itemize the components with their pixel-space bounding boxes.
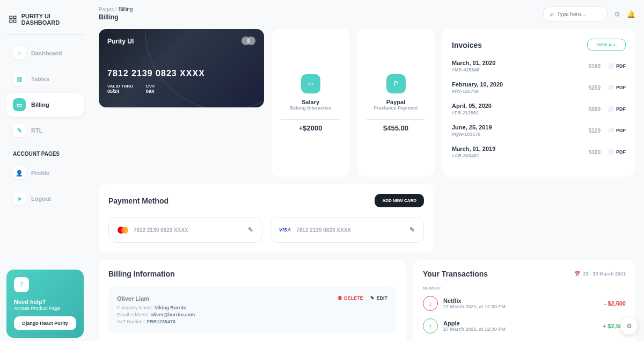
credit-card: Purity UI 7812 2139 0823 XXXX VALID THRU… bbox=[99, 29, 264, 107]
stat-title: Paypal bbox=[386, 99, 405, 105]
sidebar-item-rtl[interactable]: ✎RTL bbox=[6, 119, 84, 142]
transaction-row: ↑Apple27 March 2021, at 12:30 PM+ $2,500 bbox=[423, 318, 626, 333]
paypal-icon: P bbox=[386, 74, 406, 93]
invoice-pdf-button[interactable]: 📄PDF bbox=[608, 106, 626, 112]
sidebar-item-logout[interactable]: ➤Logout bbox=[6, 187, 84, 211]
transactions-title: Your Transactions bbox=[423, 270, 488, 278]
invoice-row: March, 01, 2020#MS-415646$180📄PDF bbox=[452, 60, 626, 72]
billing-info-title: Billing Information bbox=[108, 270, 396, 278]
search-icon: ⌕ bbox=[550, 10, 554, 18]
person-icon: 👤 bbox=[13, 166, 26, 179]
view-all-button[interactable]: VIEW ALL bbox=[587, 39, 626, 51]
svg-rect-2 bbox=[10, 20, 12, 23]
sidebar-item-label: RTL bbox=[31, 127, 42, 134]
card-slot: 7812 2139 0823 XXXX ✎ bbox=[108, 217, 262, 243]
page-title: Billing bbox=[99, 13, 133, 21]
invoice-row: February, 10, 2020#RV-126749$250📄PDF bbox=[452, 81, 626, 94]
invoice-id: #MS-415646 bbox=[452, 67, 495, 72]
invoice-date: April, 05, 2020 bbox=[452, 103, 492, 109]
sidebar-item-tables[interactable]: ▥Tables bbox=[6, 67, 84, 91]
breadcrumb: Pages / Billing bbox=[99, 6, 133, 12]
invoice-id: #RV-126749 bbox=[452, 89, 503, 94]
invoice-row: March, 01, 2019#AR-803481$300📄PDF bbox=[452, 146, 626, 158]
brand-text: PURITY UI DASHBOARD bbox=[21, 13, 82, 26]
gear-icon[interactable]: ⚙ bbox=[614, 10, 620, 18]
pencil-icon[interactable]: ✎ bbox=[248, 226, 253, 234]
transaction-name: Apple bbox=[443, 320, 506, 327]
cc-cvv-label: CVV bbox=[146, 84, 155, 89]
payment-method-card: Payment Method ADD NEW CARD 7812 2139 08… bbox=[99, 184, 434, 252]
invoice-pdf-button[interactable]: 📄PDF bbox=[608, 149, 626, 155]
mastercard-icon bbox=[118, 227, 128, 234]
mastercard-icon bbox=[241, 37, 255, 45]
stat-paypal: P Paypal Freelance Payment $455.00 bbox=[357, 29, 435, 177]
sidebar-item-billing[interactable]: ▭Billing bbox=[6, 93, 84, 117]
cc-number: 7812 2139 0823 XXXX bbox=[107, 69, 255, 78]
billing-info-card: Billing Information Oliver Liam🗑DELETE✎E… bbox=[99, 260, 406, 341]
cc-brand: Purity UI bbox=[107, 38, 255, 45]
topbar: Pages / Billing Billing ⌕ ⚙ 🔔 bbox=[99, 6, 635, 21]
pencil-icon[interactable]: ✎ bbox=[409, 226, 415, 234]
breadcrumb-root[interactable]: Pages bbox=[99, 6, 114, 12]
help-subtitle: Access Product Page bbox=[14, 306, 76, 311]
pencil-icon: ✎ bbox=[370, 295, 375, 301]
invoice-date: June, 25, 2019 bbox=[452, 124, 492, 130]
transactions-card: Your Transactions 📅23 - 30 March 2021 NE… bbox=[413, 260, 635, 341]
logo-icon bbox=[9, 14, 17, 24]
sidebar-item-label: Tables bbox=[31, 76, 49, 82]
invoice-pdf-button[interactable]: 📄PDF bbox=[608, 85, 626, 90]
search-box[interactable]: ⌕ bbox=[543, 6, 608, 21]
stat-subtitle: Belong Interactive bbox=[289, 105, 331, 111]
billing-block: Oliver Liam🗑DELETE✎EDITCompany Name: Vik… bbox=[108, 287, 396, 333]
sidebar: PURITY UI DASHBOARD ⌂Dashboard ▥Tables ▭… bbox=[0, 0, 90, 341]
stat-subtitle: Freelance Payment bbox=[374, 105, 418, 111]
add-new-card-button[interactable]: ADD NEW CARD bbox=[375, 194, 424, 207]
cc-valid-label: VALID THRU bbox=[107, 84, 133, 89]
transaction-name: Netflix bbox=[443, 298, 506, 304]
cc-valid: 05/24 bbox=[107, 89, 133, 94]
trash-icon: 🗑 bbox=[338, 295, 342, 301]
brand-logo: PURITY UI DASHBOARD bbox=[6, 9, 84, 35]
invoice-date: March, 01, 2019 bbox=[452, 146, 495, 152]
invoices-card: Invoices VIEW ALL March, 01, 2020#MS-415… bbox=[442, 29, 635, 177]
invoice-amount: $250 bbox=[589, 85, 601, 91]
invoice-pdf-button[interactable]: 📄PDF bbox=[608, 128, 626, 133]
stat-salary: ▭ Salary Belong Interactive +$2000 bbox=[272, 29, 349, 177]
billing-vat: VAT Number: FRB1235476 bbox=[117, 319, 387, 324]
document-icon: 📄 bbox=[608, 85, 614, 90]
rocket-icon: ➤ bbox=[13, 192, 26, 205]
stat-value: +$2000 bbox=[299, 124, 323, 132]
svg-rect-0 bbox=[10, 16, 12, 19]
invoice-id: #FB-212562 bbox=[452, 110, 492, 115]
delete-button[interactable]: 🗑DELETE bbox=[338, 295, 363, 301]
search-input[interactable] bbox=[557, 11, 600, 17]
invoice-amount: $180 bbox=[589, 63, 601, 69]
settings-fab[interactable]: ⚙ bbox=[620, 317, 638, 335]
edit-button[interactable]: ✎EDIT bbox=[370, 295, 387, 301]
invoice-amount: $300 bbox=[589, 149, 601, 155]
invoice-row: June, 25, 2019#QW-103578$120📄PDF bbox=[452, 124, 626, 137]
breadcrumb-current: Billing bbox=[119, 6, 133, 12]
sidebar-item-label: Profile bbox=[31, 170, 49, 176]
invoice-date: March, 01, 2020 bbox=[452, 60, 495, 66]
help-button[interactable]: Django React Purity bbox=[14, 316, 76, 330]
document-icon: 📄 bbox=[608, 149, 614, 155]
transaction-time: 27 March 2021, at 12:30 PM bbox=[443, 304, 506, 309]
arrow-down-icon: ↓ bbox=[423, 296, 438, 311]
svg-rect-1 bbox=[13, 16, 16, 19]
document-icon: 📄 bbox=[608, 106, 614, 112]
main-content: Pages / Billing Billing ⌕ ⚙ 🔔 Purity UI … bbox=[90, 0, 644, 341]
cc-cvv: 09X bbox=[146, 89, 155, 94]
sidebar-item-label: Billing bbox=[31, 101, 49, 108]
bell-icon[interactable]: 🔔 bbox=[627, 10, 635, 18]
help-title: Need help? bbox=[14, 299, 76, 305]
sidebar-item-dashboard[interactable]: ⌂Dashboard bbox=[6, 41, 84, 65]
invoice-pdf-button[interactable]: 📄PDF bbox=[608, 63, 626, 69]
help-card: ? Need help? Access Product Page Django … bbox=[6, 270, 84, 338]
sidebar-item-profile[interactable]: 👤Profile bbox=[6, 161, 84, 185]
invoice-id: #AR-803481 bbox=[452, 153, 495, 158]
billing-company: Company Name: Viking Burrito bbox=[117, 305, 387, 310]
payment-method-title: Payment Method bbox=[108, 197, 169, 205]
card-slot: VISA7812 2139 0823 XXXX ✎ bbox=[270, 217, 424, 243]
svg-rect-3 bbox=[13, 20, 16, 23]
